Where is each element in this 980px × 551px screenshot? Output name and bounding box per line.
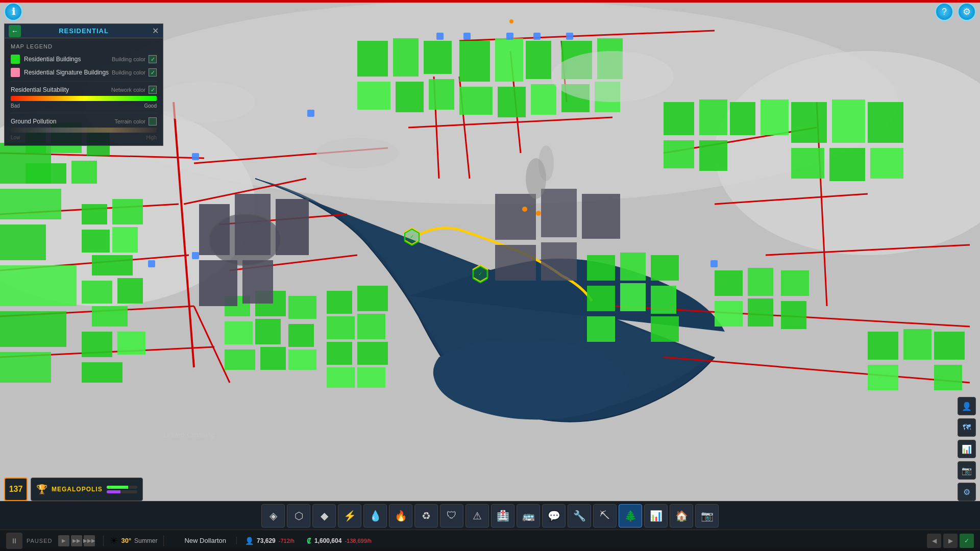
svg-rect-117 xyxy=(242,260,273,304)
signature-buildings-label: Residential Signature Buildings xyxy=(24,69,112,76)
tool-photo[interactable]: 📷 xyxy=(695,504,719,528)
tool-parks[interactable]: ♻ xyxy=(414,504,438,528)
tool-health[interactable]: 🏥 xyxy=(491,504,514,528)
svg-rect-48 xyxy=(82,362,122,383)
legend-close-button[interactable]: ✕ xyxy=(152,26,159,36)
svg-rect-33 xyxy=(0,189,61,219)
svg-rect-130 xyxy=(436,33,444,40)
speed-btn-2[interactable]: ▶▶ xyxy=(71,535,82,546)
signature-buildings-checkbox[interactable] xyxy=(149,68,157,77)
svg-rect-66 xyxy=(357,41,388,77)
svg-rect-134 xyxy=(566,33,573,40)
tool-nature[interactable]: ◆ xyxy=(312,504,336,528)
pollution-checkbox[interactable] xyxy=(149,117,157,126)
svg-rect-107 xyxy=(781,301,806,329)
city-score-badge[interactable]: 137 xyxy=(4,478,28,501)
svg-rect-123 xyxy=(541,242,577,281)
ctrl-confirm[interactable]: ✓ xyxy=(960,534,974,548)
pause-button[interactable]: ⏸ xyxy=(6,533,22,549)
info-icon[interactable]: ℹ xyxy=(4,3,22,21)
svg-rect-86 xyxy=(664,140,694,168)
svg-rect-115 xyxy=(276,199,309,255)
tool-police[interactable]: 🛡 xyxy=(440,504,463,528)
tool-chart[interactable]: 📊 xyxy=(644,504,668,528)
speed-btn-1[interactable]: ▶ xyxy=(58,535,69,546)
suitability-good-label: Good xyxy=(144,103,157,109)
svg-rect-91 xyxy=(791,148,824,179)
svg-rect-41 xyxy=(112,227,138,253)
right-icon-chart[interactable]: 📊 xyxy=(958,440,976,458)
help-button[interactable]: ? xyxy=(935,3,953,21)
svg-rect-111 xyxy=(934,332,965,360)
svg-rect-31 xyxy=(71,161,97,184)
svg-rect-122 xyxy=(495,245,536,281)
right-icon-person[interactable]: 👤 xyxy=(958,397,976,415)
svg-rect-120 xyxy=(541,189,577,237)
pollution-sublabel: Terrain color xyxy=(114,118,145,124)
population-icon: 👤 xyxy=(245,537,254,545)
svg-rect-38 xyxy=(82,204,107,224)
tool-fire[interactable]: 🔥 xyxy=(389,504,412,528)
pollution-label: Ground Pollution xyxy=(11,118,114,125)
signature-buildings-swatch xyxy=(11,68,20,77)
right-icon-settings[interactable]: ⚙ xyxy=(958,483,976,501)
city-badge-name: MEGALOPOLIS xyxy=(52,486,103,493)
suitability-sublabel: Network color xyxy=(111,87,145,93)
tool-transport[interactable]: ⬡ xyxy=(287,504,310,528)
svg-rect-63 xyxy=(357,314,385,339)
svg-rect-89 xyxy=(832,99,865,143)
tool-house[interactable]: 🏠 xyxy=(670,504,693,528)
ctrl-next[interactable]: ▶ xyxy=(943,534,958,548)
tool-water[interactable]: 💧 xyxy=(363,504,387,528)
season-label: Summer xyxy=(134,537,157,544)
svg-rect-73 xyxy=(495,38,523,82)
speed-btn-3[interactable]: ▶▶▶ xyxy=(84,535,95,546)
svg-point-144 xyxy=(536,211,541,216)
settings-button[interactable]: ⚙ xyxy=(958,3,976,21)
svg-rect-39 xyxy=(112,199,143,224)
svg-rect-83 xyxy=(699,99,727,135)
tool-bus[interactable]: 🚌 xyxy=(517,504,540,528)
legend-back-button[interactable]: ← xyxy=(9,25,21,37)
svg-text:✓: ✓ xyxy=(478,271,482,277)
tool-electricity[interactable]: ⚡ xyxy=(338,504,361,528)
tool-zones[interactable]: ◈ xyxy=(261,504,285,528)
svg-rect-132 xyxy=(506,33,513,40)
svg-rect-72 xyxy=(459,41,490,82)
ctrl-prev[interactable]: ◀ xyxy=(927,534,941,548)
pollution-gradient xyxy=(11,128,157,133)
stats-section: 👤 73,629 -712/h ₡ 1,600,604 -138,699/h xyxy=(245,537,927,545)
right-icon-map[interactable]: 🗺 xyxy=(958,418,976,437)
svg-rect-101 xyxy=(651,316,679,342)
tool-disaster[interactable]: ⚠ xyxy=(465,504,489,528)
svg-rect-69 xyxy=(357,82,390,110)
suitability-checkbox[interactable] xyxy=(149,86,157,94)
svg-point-145 xyxy=(153,82,255,122)
svg-rect-135 xyxy=(710,260,718,267)
svg-rect-68 xyxy=(424,41,452,74)
svg-rect-129 xyxy=(307,110,314,117)
svg-rect-35 xyxy=(0,265,77,306)
svg-rect-84 xyxy=(730,102,755,135)
suitability-gradient xyxy=(11,96,157,101)
svg-rect-59 xyxy=(327,316,355,339)
svg-rect-42 xyxy=(92,255,133,276)
residential-buildings-label: Residential Buildings xyxy=(24,56,112,63)
svg-rect-56 xyxy=(288,324,314,347)
svg-rect-116 xyxy=(199,260,237,306)
svg-rect-100 xyxy=(651,286,676,314)
legend-panel: ← RESIDENTIAL ✕ MAP LEGEND Residential B… xyxy=(4,23,163,146)
tool-tree[interactable]: 🌲 xyxy=(619,504,642,528)
suitability-label: Residential Suitability xyxy=(11,86,111,93)
svg-rect-37 xyxy=(0,352,51,383)
right-icon-camera[interactable]: 📷 xyxy=(958,461,976,480)
residential-buildings-checkbox[interactable] xyxy=(149,55,157,63)
money-stat: ₡ 1,600,604 -138,699/h xyxy=(307,537,372,545)
svg-rect-77 xyxy=(531,84,556,115)
tool-chat[interactable]: 💬 xyxy=(542,504,566,528)
svg-rect-112 xyxy=(934,365,962,390)
money-icon: ₡ xyxy=(307,537,311,545)
legend-body: MAP LEGEND Residential Buildings Buildin… xyxy=(5,38,163,145)
tool-tools[interactable]: 🔧 xyxy=(568,504,591,528)
tool-industry[interactable]: ⛏ xyxy=(593,504,617,528)
